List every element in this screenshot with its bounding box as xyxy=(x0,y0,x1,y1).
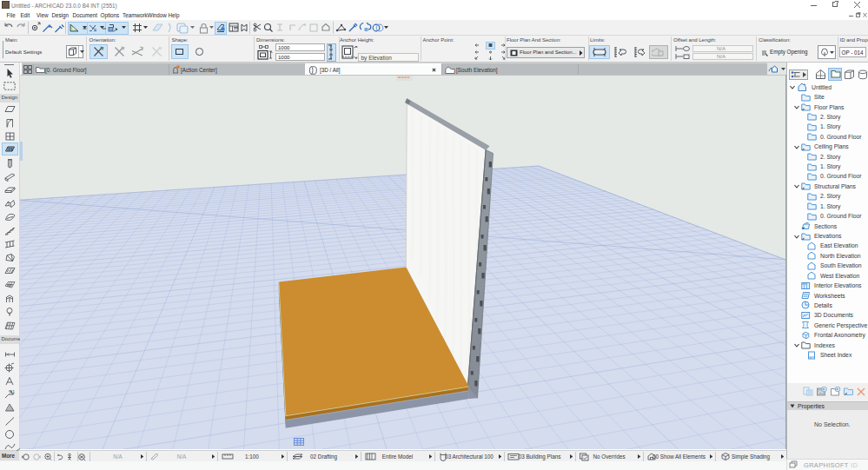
svg-text:A1: A1 xyxy=(10,389,15,394)
